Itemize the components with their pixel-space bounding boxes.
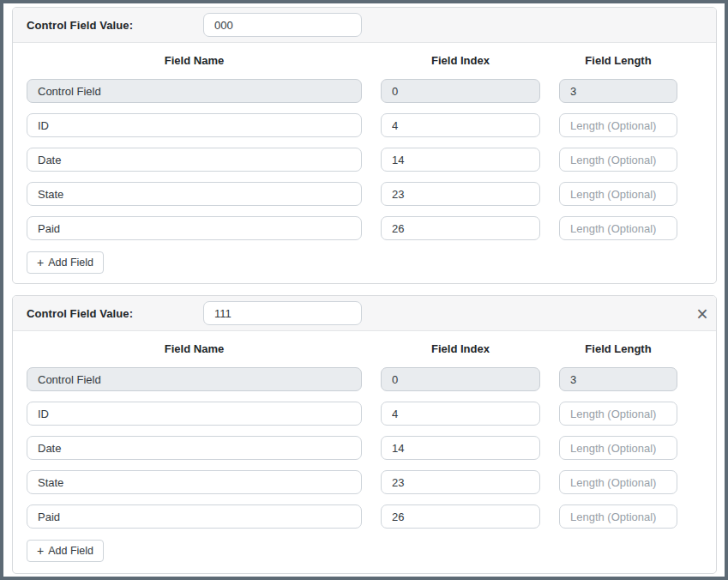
add-field-label: Add Field (48, 545, 93, 557)
field-index-input (381, 367, 540, 391)
field-length-input[interactable] (559, 436, 677, 460)
field-name-header: Field Name (27, 54, 362, 67)
field-name-header: Field Name (27, 342, 362, 355)
add-field-button[interactable]: + Add Field (27, 540, 104, 562)
field-name-input[interactable] (27, 402, 362, 426)
field-length-input[interactable] (559, 470, 677, 494)
field-length-input[interactable] (559, 216, 677, 240)
field-length-input (559, 79, 677, 103)
field-name-input[interactable] (27, 113, 362, 137)
field-row-date (27, 436, 702, 460)
plus-icon: + (37, 545, 44, 557)
field-row-id (27, 402, 702, 426)
field-row-state (27, 182, 702, 206)
field-length-input[interactable] (559, 148, 677, 172)
add-field-button[interactable]: + Add Field (27, 251, 104, 274)
column-headers: Field Name Field Index Field Length (27, 342, 702, 355)
field-length-input (559, 367, 677, 391)
plus-icon: + (37, 257, 44, 269)
field-index-input[interactable] (381, 436, 540, 460)
field-row-paid (27, 504, 702, 529)
field-length-header: Field Length (559, 342, 677, 355)
panel-2-header: Control Field Value: × (13, 296, 716, 331)
control-field-value-input[interactable] (203, 301, 362, 325)
field-index-input (381, 79, 540, 103)
field-length-header: Field Length (559, 54, 677, 67)
column-headers: Field Name Field Index Field Length (27, 54, 702, 67)
field-index-input[interactable] (381, 148, 540, 172)
field-name-input[interactable] (27, 470, 362, 494)
field-length-input[interactable] (559, 182, 677, 206)
field-index-input[interactable] (381, 182, 540, 206)
control-field-panel-2: Control Field Value: × Field Name Field … (12, 295, 717, 574)
field-index-input[interactable] (381, 113, 540, 137)
control-field-value-input[interactable] (203, 13, 362, 37)
field-name-input[interactable] (27, 504, 362, 529)
field-name-input[interactable] (27, 182, 362, 206)
field-row-paid (27, 216, 702, 240)
field-index-header: Field Index (381, 54, 540, 67)
field-row-state (27, 470, 702, 494)
field-length-input[interactable] (559, 113, 677, 137)
field-index-input[interactable] (381, 504, 540, 529)
field-length-input[interactable] (559, 504, 677, 529)
field-index-header: Field Index (381, 342, 540, 355)
add-field-label: Add Field (48, 257, 93, 269)
field-index-input[interactable] (381, 216, 540, 240)
control-field-value-label: Control Field Value: (27, 307, 133, 320)
app-window: Control Field Value: Field Name Field In… (0, 0, 728, 580)
panel-1-body: Field Name Field Index Field Length (13, 43, 716, 274)
field-name-input (27, 79, 362, 103)
close-icon[interactable]: × (692, 304, 713, 324)
field-index-input[interactable] (381, 402, 540, 426)
field-row-id (27, 113, 702, 137)
control-field-value-label: Control Field Value: (27, 19, 133, 32)
field-length-input[interactable] (559, 402, 677, 426)
field-index-input[interactable] (381, 470, 540, 494)
field-name-input (27, 367, 362, 391)
field-row-control-field (27, 79, 702, 103)
field-row-control-field (27, 367, 702, 391)
control-field-panel-1: Control Field Value: Field Name Field In… (12, 7, 717, 284)
panel-1-header: Control Field Value: (13, 8, 716, 43)
panel-2-body: Field Name Field Index Field Length (13, 331, 716, 562)
field-row-date (27, 148, 702, 172)
field-name-input[interactable] (27, 148, 362, 172)
field-name-input[interactable] (27, 216, 362, 240)
field-name-input[interactable] (27, 436, 362, 460)
